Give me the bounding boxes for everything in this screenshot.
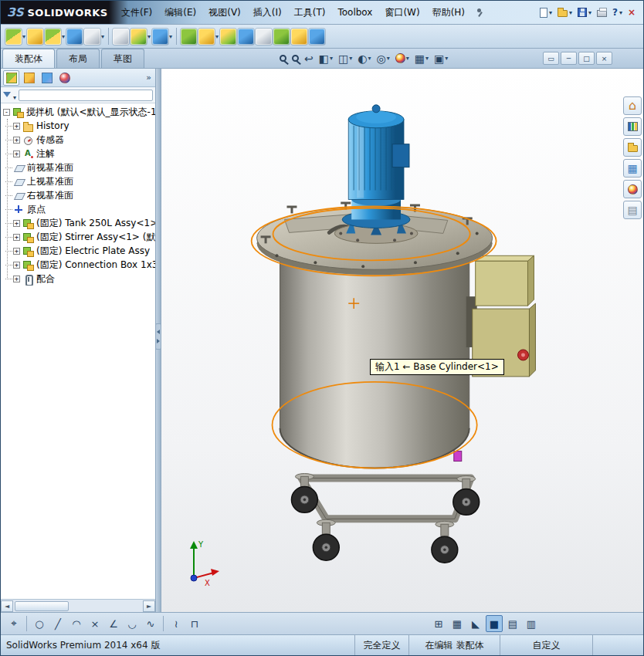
quick-snaps-button[interactable]: ⊞ bbox=[430, 615, 447, 632]
menu-file[interactable]: 文件(F) bbox=[115, 3, 158, 22]
tree-item-right-plane[interactable]: 右视基准面 bbox=[1, 188, 155, 202]
tab-sketch[interactable]: 草图 bbox=[101, 49, 144, 68]
panel-splitter[interactable] bbox=[156, 69, 161, 612]
mate-button[interactable] bbox=[27, 29, 43, 45]
tree-expander[interactable]: - bbox=[3, 109, 10, 116]
menu-edit[interactable]: 编辑(E) bbox=[158, 3, 202, 22]
tree-expander[interactable]: + bbox=[13, 234, 20, 241]
open-button[interactable] bbox=[556, 6, 574, 19]
graphics-area[interactable]: 输入1 ← Base Cylinder<1> Y X ⌂▦▤ bbox=[161, 69, 643, 612]
menu-window[interactable]: 窗口(W) bbox=[378, 3, 425, 22]
view-orientation-button[interactable]: ◫▾ bbox=[336, 50, 354, 66]
home-button[interactable]: ⌂ bbox=[623, 96, 642, 115]
configurationmanager-tab[interactable] bbox=[39, 70, 55, 86]
hide-show-items-button[interactable]: ◎▾ bbox=[374, 50, 391, 66]
filter-dropdown-icon[interactable] bbox=[13, 88, 16, 103]
grid-button[interactable]: ▦ bbox=[449, 615, 466, 632]
tree-item-top-plane[interactable]: 上视基准面 bbox=[1, 174, 155, 188]
menu-help[interactable]: 帮助(H) bbox=[426, 3, 471, 22]
close-button[interactable]: × bbox=[626, 6, 637, 19]
doc-maximize-button[interactable]: □ bbox=[578, 52, 595, 65]
splitter-collapse-handle[interactable] bbox=[155, 323, 161, 350]
scroll-right-button[interactable]: ► bbox=[143, 600, 155, 612]
scrollbar-track[interactable] bbox=[13, 601, 143, 611]
menu-toolbox[interactable]: Toolbox bbox=[331, 4, 378, 21]
design-library-button[interactable] bbox=[623, 117, 642, 136]
tree-item-tank-250l[interactable]: +(固定) Tank 250L Assy<1> bbox=[1, 216, 155, 230]
new-motion-study-button[interactable] bbox=[181, 29, 197, 45]
move-component-button[interactable]: ▾ bbox=[84, 29, 104, 45]
explode-line-sketch-button[interactable] bbox=[238, 29, 254, 45]
tree-expander[interactable]: + bbox=[13, 262, 20, 269]
apply-scene-button[interactable]: ▦▾ bbox=[412, 50, 431, 66]
isometric-view-button[interactable]: ◣ bbox=[467, 615, 484, 632]
appearances-button[interactable] bbox=[623, 180, 642, 198]
custom-properties-button[interactable]: ▤ bbox=[623, 201, 642, 219]
offset-button[interactable]: ⊓ bbox=[186, 615, 203, 632]
model-3d-view[interactable] bbox=[161, 69, 643, 612]
doc-close-button[interactable]: × bbox=[596, 52, 612, 65]
tree-filter-input[interactable] bbox=[19, 90, 153, 101]
scrollbar-thumb[interactable] bbox=[15, 601, 69, 611]
tree-expander[interactable]: + bbox=[13, 220, 20, 227]
tree-expander[interactable]: + bbox=[13, 123, 20, 130]
section-view-button[interactable]: ◧▾ bbox=[317, 50, 335, 66]
exploded-view-button[interactable] bbox=[220, 29, 236, 45]
smart-fasteners-button[interactable] bbox=[66, 29, 83, 45]
tree-expander[interactable]: + bbox=[13, 137, 20, 144]
display-style-button[interactable]: ◐▾ bbox=[355, 50, 373, 66]
trim-button[interactable]: ≀ bbox=[168, 615, 185, 632]
tree-item-history[interactable]: +History bbox=[1, 119, 155, 133]
save-button[interactable] bbox=[576, 6, 593, 19]
scroll-left-button[interactable]: ◄ bbox=[1, 600, 13, 612]
select-button[interactable]: ⌖ bbox=[5, 615, 22, 632]
tree-item-connection-box[interactable]: +(固定) Connection Box 1x3 bbox=[1, 258, 155, 272]
zoom-area-button[interactable] bbox=[290, 50, 301, 66]
tree-expander[interactable]: + bbox=[13, 276, 20, 282]
tree-expander[interactable]: + bbox=[13, 150, 20, 157]
tree-item-mates[interactable]: +配合 bbox=[1, 272, 155, 286]
displaymanager-tab[interactable] bbox=[56, 70, 73, 86]
bill-of-materials-button[interactable]: ▾ bbox=[198, 29, 219, 45]
menu-view[interactable]: 视图(V) bbox=[202, 3, 247, 22]
assembly-visualization-button[interactable] bbox=[309, 29, 325, 45]
featuremanager-tab[interactable] bbox=[3, 70, 19, 86]
tree-expander[interactable]: + bbox=[13, 248, 20, 255]
shaded-button[interactable]: ■ bbox=[486, 615, 503, 632]
zoom-fit-button[interactable] bbox=[277, 50, 289, 66]
linear-component-pattern-button[interactable]: ▾ bbox=[45, 29, 65, 45]
doc-minimize-button[interactable]: ─ bbox=[561, 52, 577, 65]
erase-button[interactable]: × bbox=[86, 615, 103, 632]
tree-item-front-plane[interactable]: 前视基准面 bbox=[1, 161, 155, 174]
interference-detection-button[interactable] bbox=[256, 29, 272, 45]
tangent-arc-button[interactable]: ◡ bbox=[124, 615, 141, 632]
model-motor[interactable] bbox=[334, 105, 418, 243]
hole-alignment-button[interactable] bbox=[291, 29, 307, 45]
line-button[interactable]: ╱ bbox=[49, 615, 66, 632]
filter-funnel-icon[interactable] bbox=[3, 92, 11, 97]
arc-button[interactable]: ◠ bbox=[68, 615, 85, 632]
view-settings-button[interactable]: ▣▾ bbox=[432, 50, 450, 66]
file-explorer-button[interactable] bbox=[623, 138, 642, 157]
view-palette-button[interactable]: ▦ bbox=[623, 159, 642, 178]
section-table-button[interactable]: ▤ bbox=[504, 615, 521, 632]
model-magenta-fitting[interactable] bbox=[454, 451, 462, 462]
print-button[interactable] bbox=[595, 6, 608, 19]
model-caster-front-left[interactable] bbox=[313, 519, 339, 560]
tree-item-stirrer[interactable]: +(固定) Stirrer Assy<1> (默 bbox=[1, 230, 155, 244]
propertymanager-tab[interactable] bbox=[21, 70, 37, 86]
assembly-features-button[interactable]: ▾ bbox=[130, 29, 151, 45]
tree-item-origin[interactable]: 原点 bbox=[1, 202, 155, 216]
clearance-verification-button[interactable] bbox=[273, 29, 290, 45]
doc-tile-button[interactable]: ▭ bbox=[543, 52, 559, 65]
circle-button[interactable]: ○ bbox=[31, 615, 48, 632]
previous-view-button[interactable]: ↩ bbox=[302, 50, 316, 66]
menu-pin-icon[interactable] bbox=[476, 7, 484, 18]
new-button[interactable] bbox=[538, 6, 554, 19]
panel-overflow-button[interactable]: » bbox=[146, 73, 153, 83]
tree-item-sensors[interactable]: +传感器 bbox=[1, 133, 155, 147]
edit-appearance-button[interactable]: ▾ bbox=[393, 50, 412, 66]
menu-tools[interactable]: 工具(T) bbox=[288, 3, 332, 22]
tree-item-annotations[interactable]: +注解 bbox=[1, 147, 155, 161]
model-caster-front-right[interactable] bbox=[432, 521, 458, 563]
